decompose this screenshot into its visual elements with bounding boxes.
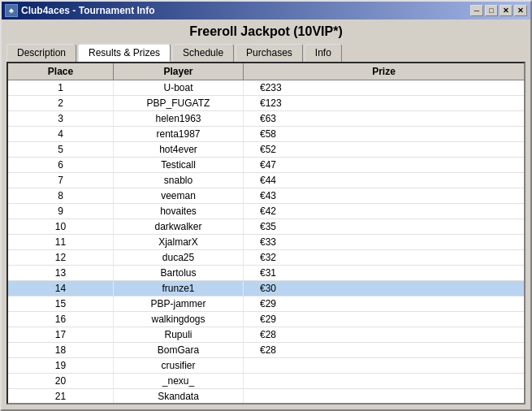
tab-description[interactable]: Description	[6, 44, 76, 62]
table-row[interactable]: 6Testicall€47	[8, 158, 524, 173]
cell-place: 13	[8, 266, 114, 280]
cell-player: XjalmarX	[114, 235, 244, 249]
cell-prize: €32	[244, 250, 524, 265]
title-bar: ♣ Club4aces - Tournament Info ─ □ ✕ ✕	[2, 2, 530, 19]
cell-place: 8	[8, 188, 114, 203]
tab-results[interactable]: Results & Prizes	[78, 44, 171, 62]
cell-player: BomGara	[114, 343, 244, 357]
cell-place: 6	[8, 158, 114, 172]
cell-place: 21	[8, 389, 114, 403]
cell-player: helen1963	[114, 111, 244, 126]
table-row[interactable]: 13Bartolus€31	[8, 266, 524, 281]
table-row[interactable]: 21Skandata	[8, 389, 524, 403]
maximize-button[interactable]: □	[485, 5, 498, 16]
tab-purchases[interactable]: Purchases	[236, 44, 303, 62]
table-row[interactable]: 18BomGara€28	[8, 343, 524, 358]
cell-player: Skandata	[114, 389, 244, 403]
cell-player: Bartolus	[114, 266, 244, 280]
tournament-title: Freeroll Jackpot (10VIP*)	[6, 24, 526, 39]
cell-place: 18	[8, 343, 114, 357]
cell-prize	[244, 358, 524, 373]
cell-player: PBP_FUGATZ	[114, 96, 244, 110]
tab-info[interactable]: Info	[305, 44, 342, 62]
cell-prize	[244, 374, 524, 388]
cell-place: 9	[8, 204, 114, 218]
cell-place: 3	[8, 111, 114, 126]
cell-prize: €52	[244, 142, 524, 157]
table-header: Place Player Prize	[8, 63, 524, 80]
window-content: Freeroll Jackpot (10VIP*) Description Re…	[2, 19, 530, 409]
table-row[interactable]: 3helen1963€63	[8, 111, 524, 127]
window-title: Club4aces - Tournament Info	[21, 5, 154, 16]
minimize-button[interactable]: ─	[470, 5, 483, 16]
table-row[interactable]: 15PBP-jammer€29	[8, 296, 524, 312]
cell-player: renta1987	[114, 127, 244, 141]
header-player: Player	[114, 63, 244, 80]
cell-place: 12	[8, 250, 114, 265]
table-row[interactable]: 2PBP_FUGATZ€123	[8, 96, 524, 111]
cell-prize: €28	[244, 327, 524, 342]
close-button[interactable]: ✕	[500, 5, 513, 16]
cell-player: snablo	[114, 173, 244, 188]
cell-prize: €43	[244, 188, 524, 203]
cell-player: hovaites	[114, 204, 244, 218]
table-row[interactable]: 12duca25€32	[8, 250, 524, 266]
title-bar-buttons: ─ □ ✕ ✕	[470, 5, 527, 16]
table-row[interactable]: 5hot4ever€52	[8, 142, 524, 158]
table-body[interactable]: 1U-boat€2332PBP_FUGATZ€1233helen1963€634…	[8, 80, 524, 403]
cell-player: frunze1	[114, 281, 244, 296]
cell-prize: €63	[244, 111, 524, 126]
cell-prize: €44	[244, 173, 524, 188]
cell-place: 10	[8, 219, 114, 234]
table-row[interactable]: 20_nexu_	[8, 374, 524, 389]
table-row[interactable]: 11XjalmarX€33	[8, 235, 524, 250]
cell-player: Testicall	[114, 158, 244, 172]
cell-prize: €42	[244, 204, 524, 218]
table-row[interactable]: 4renta1987€58	[8, 127, 524, 142]
results-table: Place Player Prize 1U-boat€2332PBP_FUGAT…	[6, 62, 526, 405]
cell-player: crusifier	[114, 358, 244, 373]
title-bar-left: ♣ Club4aces - Tournament Info	[5, 4, 154, 17]
cell-place: 11	[8, 235, 114, 249]
cell-place: 7	[8, 173, 114, 188]
cell-prize: €31	[244, 266, 524, 280]
cell-player: duca25	[114, 250, 244, 265]
cell-place: 17	[8, 327, 114, 342]
cell-prize: €28	[244, 343, 524, 357]
cell-prize: €47	[244, 158, 524, 172]
table-row[interactable]: 14frunze1€30	[8, 281, 524, 296]
cell-prize: €33	[244, 235, 524, 249]
cell-place: 20	[8, 374, 114, 388]
table-row[interactable]: 17Rupuli€28	[8, 327, 524, 343]
header-prize: Prize	[244, 63, 524, 80]
cell-place: 19	[8, 358, 114, 373]
cell-prize: €58	[244, 127, 524, 141]
cell-prize: €123	[244, 96, 524, 110]
table-row[interactable]: 16walkingdogs€29	[8, 312, 524, 327]
table-row[interactable]: 7snablo€44	[8, 173, 524, 188]
cell-player: darkwalker	[114, 219, 244, 234]
cell-player: PBP-jammer	[114, 296, 244, 311]
extra-close-button[interactable]: ✕	[514, 5, 527, 16]
cell-place: 16	[8, 312, 114, 327]
cell-prize: €30	[244, 281, 524, 296]
cell-player: walkingdogs	[114, 312, 244, 327]
tab-schedule[interactable]: Schedule	[172, 44, 234, 62]
tab-bar: Description Results & Prizes Schedule Pu…	[6, 44, 526, 62]
table-row[interactable]: 19crusifier	[8, 358, 524, 374]
table-row[interactable]: 9hovaites€42	[8, 204, 524, 219]
cell-prize	[244, 389, 524, 403]
table-row[interactable]: 1U-boat€233	[8, 80, 524, 96]
cell-player: U-boat	[114, 80, 244, 95]
cell-place: 1	[8, 80, 114, 95]
cell-place: 15	[8, 296, 114, 311]
app-icon: ♣	[5, 4, 18, 17]
cell-prize: €29	[244, 312, 524, 327]
cell-place: 4	[8, 127, 114, 141]
header-place: Place	[8, 63, 114, 80]
table-row[interactable]: 8veeman€43	[8, 188, 524, 204]
main-window: ♣ Club4aces - Tournament Info ─ □ ✕ ✕ Fr…	[0, 0, 532, 411]
table-row[interactable]: 10darkwalker€35	[8, 219, 524, 235]
cell-prize: €35	[244, 219, 524, 234]
cell-player: hot4ever	[114, 142, 244, 157]
